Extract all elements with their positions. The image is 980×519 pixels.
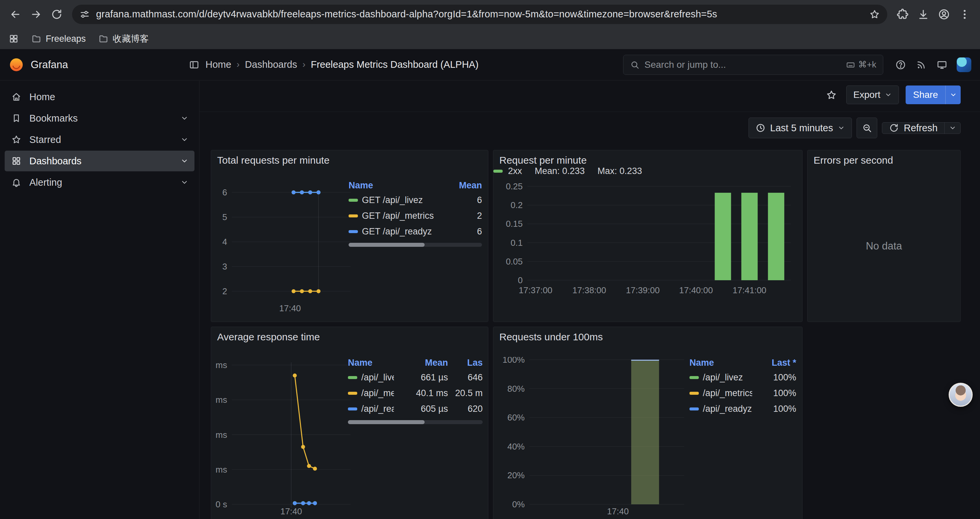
svg-text:0.1: 0.1 [511,238,523,248]
series-name[interactable]: /api/_readyz [361,404,394,414]
legend-col-mean[interactable]: Mean [398,358,448,368]
series-name[interactable]: GET /api/_metrics [362,211,447,221]
sidebar-item-home[interactable]: Home [5,86,194,107]
chevron-down-icon[interactable] [180,157,188,165]
browser-menu-button[interactable] [955,5,974,24]
legend-col-last[interactable]: Last * [756,358,796,368]
back-button[interactable] [6,5,25,24]
site-settings-icon[interactable] [80,9,90,20]
series-last: 100% [756,404,796,414]
dashboard-main: Export Share Last 5 minutes Refresh [199,81,980,519]
svg-text:17:40: 17:40 [280,506,302,516]
series-name[interactable]: /api/_livez [703,372,752,383]
series-name[interactable]: /api/_metrics [361,388,394,398]
series-name[interactable]: GET /api/_readyz [362,227,447,237]
svg-text:80%: 80% [508,384,525,394]
series-name[interactable]: /api/_livez [361,372,394,383]
chevron-down-icon[interactable] [180,136,188,144]
legend-row: /api/_livez 100% [689,370,796,385]
bookmark-folder-freeleaps[interactable]: Freeleaps [31,34,86,44]
panel-title[interactable]: Total requests per minute [211,150,488,166]
sidebar-item-label: Bookmarks [29,113,78,124]
series-color-chip [689,407,699,410]
grafana-logo[interactable] [9,57,24,72]
legend-col-name[interactable]: Name [348,180,447,191]
svg-text:80 ms: 80 ms [215,360,227,370]
series-last: 100% [756,388,796,398]
panel-request-per-minute: Request per minute 0.250.20.150.10.05017… [493,150,803,322]
product-name: Grafana [31,59,68,71]
scrollbar-thumb[interactable] [348,420,425,424]
series-name[interactable]: 2xx [508,166,522,176]
panel-title[interactable]: Request per minute [493,150,802,166]
series-mean: 661 µs [398,372,448,383]
sidebar-item-bookmarks[interactable]: Bookmarks [5,108,194,129]
reload-icon [51,8,63,21]
panel-title[interactable]: Average response time [211,327,488,343]
svg-text:100%: 100% [503,357,525,365]
legend-col-name[interactable]: Name [348,358,394,368]
panel-title[interactable]: Errors per second [808,150,960,166]
legend-row: GET /api/_readyz 6 [348,224,482,240]
sidebar-item-label: Home [29,91,55,102]
avg-response-time-chart[interactable]: 80 ms60 ms40 ms20 ms0 s17:40 [215,360,355,519]
series-mean: 605 µs [398,404,448,414]
breadcrumb-dashboards[interactable]: Dashboards [245,59,297,70]
bookmark-folder-blogs[interactable]: 收藏博客 [99,33,149,45]
extensions-button[interactable] [893,5,912,24]
search-input[interactable]: Search or jump to... ⌘+k [623,55,883,75]
reload-button[interactable] [48,5,66,24]
forward-button[interactable] [27,5,45,24]
scrollbar-thumb[interactable] [348,243,425,247]
sidebar-item-starred[interactable]: Starred [5,129,194,150]
legend-row: /api/_readyz 605 µs 620 [348,401,483,417]
legend-header: Name Mean Las [348,356,483,370]
series-name[interactable]: /api/_readyz [703,404,752,414]
search-icon [630,60,640,69]
url-bar[interactable]: grafana.mathmast.com/d/deytv4rwavabkb/fr… [72,5,887,24]
grafana-header: Grafana Home › Dashboards › Freeleaps Me… [0,49,980,80]
series-last: 620 [452,404,483,414]
keyboard-icon [846,60,855,69]
news-button[interactable] [913,56,930,73]
legend-row: GET /api/_metrics 2 [348,208,482,224]
legend-col-mean[interactable]: Mean [451,180,482,191]
legend-row: GET /api/_livez 6 [348,192,482,208]
svg-text:0: 0 [518,275,523,285]
dots-vertical-icon [959,8,970,21]
bookmark-label: 收藏博客 [113,33,149,45]
apps-grid-icon[interactable] [9,34,19,44]
sidebar-item-alerting[interactable]: Alerting [5,172,194,193]
svg-text:5: 5 [223,212,227,222]
series-name[interactable]: GET /api/_livez [362,195,447,205]
help-button[interactable] [892,56,909,73]
legend-scrollbar[interactable] [348,243,482,247]
user-avatar[interactable] [957,57,971,72]
series-name[interactable]: /api/_metrics [703,388,752,398]
legend-row: /api/_livez 661 µs 646 [348,370,483,385]
chevron-down-icon[interactable] [180,114,188,122]
svg-text:20%: 20% [508,470,525,480]
legend-col-last[interactable]: Las [452,358,483,368]
svg-text:17:39:00: 17:39:00 [626,285,659,295]
toggle-sidebar-button[interactable] [189,59,199,70]
profile-button[interactable] [935,5,953,24]
svg-text:2: 2 [223,286,227,296]
panel-title[interactable]: Requests under 100ms [493,327,802,343]
url-text[interactable]: grafana.mathmast.com/d/deytv4rwavabkb/fr… [96,9,863,20]
bookmark-star-icon[interactable] [869,9,880,20]
legend-scrollbar[interactable] [348,420,483,424]
requests-under-100ms-chart[interactable]: 100%80%60%40%20%0%17:40 [499,357,692,519]
rss-icon [916,59,927,70]
download-icon [917,8,929,21]
breadcrumb-home[interactable]: Home [205,59,231,70]
total-requests-chart[interactable]: 6543217:40 [215,187,355,321]
legend-col-name[interactable]: Name [689,358,752,368]
downloads-button[interactable] [914,5,932,24]
sidebar-item-dashboards[interactable]: Dashboards [5,151,194,171]
floating-assistant-avatar[interactable] [949,383,973,407]
chevron-down-icon[interactable] [180,178,188,186]
request-per-minute-chart[interactable]: 0.250.20.150.10.05017:37:0017:38:0017:39… [499,180,797,304]
display-button[interactable] [933,56,951,73]
series-color-chip [348,376,357,379]
